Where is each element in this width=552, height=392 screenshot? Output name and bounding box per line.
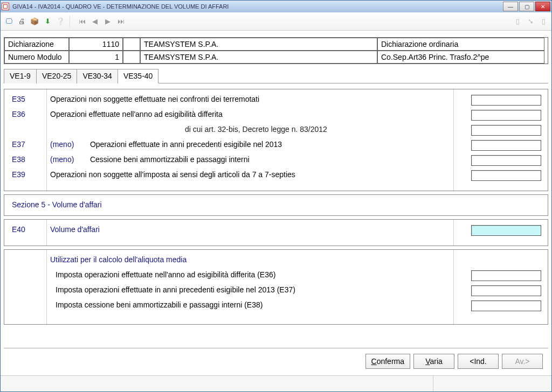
aliquota-title: Utilizzati per il calcolo dell'aliquota …: [50, 255, 450, 265]
row-e36-sub: di cui art. 32-bis, Decreto legge n. 83/…: [50, 125, 450, 135]
panel-e35-e39: E35 E36 E37 E38 E39 Operazioni non sogge…: [4, 89, 548, 191]
value-co-sep: Co.Sep.Art36 Princ. Trasfo.2^pe: [377, 51, 544, 64]
text-col-e40: Volume d'affari: [46, 220, 453, 246]
header-grid: Dichiarazione 1110 TEAMSYSTEM S.P.A. Dic…: [4, 37, 548, 64]
footer-buttons: Conferma Varia <Ind. Av.>: [4, 348, 548, 372]
code-e38: E38: [12, 155, 40, 165]
ind-button[interactable]: <Ind.: [458, 354, 499, 369]
input-e37[interactable]: [471, 140, 541, 151]
package-icon[interactable]: 📦: [29, 16, 40, 27]
varia-button[interactable]: Varia: [413, 354, 454, 369]
code-e37: E37: [12, 140, 40, 150]
input-e35[interactable]: [471, 95, 541, 106]
panel-e40: E40 Volume d'affari: [4, 219, 548, 246]
code-e35: E35: [12, 95, 40, 104]
titlebar: GIVA14 - IVA2014 - QUADRO VE - DETERMINA…: [1, 1, 551, 12]
stack-icon[interactable]: ▯: [537, 16, 549, 27]
label-dichiarazione: Dichiarazione: [4, 38, 69, 51]
row-e39: Operazioni non soggette all'imposta ai s…: [50, 170, 450, 180]
input-e39[interactable]: [471, 170, 541, 181]
text-col-aliquota: Utilizzati per il calcolo dell'aliquota …: [46, 250, 453, 324]
value-company2: TEAMSYSTEM S.P.A.: [140, 51, 377, 64]
code-e40: E40: [12, 225, 40, 235]
value-numero-modulo[interactable]: 1: [69, 51, 123, 64]
tab-ve30-34[interactable]: VE30-34: [77, 69, 118, 83]
aliquota-l3: Imposta cessione beni ammortizzabili e p…: [50, 300, 450, 310]
value-dichiarazione[interactable]: 1110: [69, 38, 123, 51]
panel-sezione5: Sezione 5 - Volume d'affari: [4, 194, 548, 216]
text-e38: Cessione beni ammortizzabili e passaggi …: [90, 155, 250, 164]
print-icon[interactable]: 🖨: [16, 16, 27, 27]
input-e38[interactable]: [471, 155, 541, 166]
screen-icon[interactable]: 🖵: [3, 16, 15, 27]
code-col-aliquota: [4, 250, 46, 324]
input-e36[interactable]: [471, 110, 541, 121]
input-e40[interactable]: [471, 225, 541, 236]
window-controls: — ▢ ✕: [502, 2, 550, 11]
app-icon: [2, 3, 9, 10]
content-area: Dichiarazione 1110 TEAMSYSTEM S.P.A. Dic…: [1, 31, 551, 375]
value-column: [453, 89, 548, 191]
aliquota-l1: Imposta operazioni effettuate nell'anno …: [50, 270, 450, 280]
toolbar: 🖵 🖨 📦 ⬇ ❔ ⏮ ◀ ▶ ⏭ ▯ ➘ ▯: [1, 12, 551, 31]
header-gap1: [123, 38, 140, 51]
code-e39: E39: [12, 170, 40, 180]
tabs: VE1-9 VE20-25 VE30-34 VE35-40: [4, 68, 548, 83]
close-button[interactable]: ✕: [535, 2, 550, 11]
maximize-button[interactable]: ▢: [519, 2, 534, 11]
panel-aliquota: Utilizzati per il calcolo dell'aliquota …: [4, 249, 548, 325]
val-col-aliquota: [453, 250, 548, 324]
header-gap2: [123, 51, 140, 64]
row-e36: Operazioni effettuate nell'anno ad esigi…: [50, 110, 450, 120]
statusbar: [1, 375, 551, 391]
input-aliquota-e37[interactable]: [471, 285, 541, 296]
app-window: GIVA14 - IVA2014 - QUADRO VE - DETERMINA…: [0, 0, 552, 392]
minimize-button[interactable]: —: [503, 2, 518, 11]
toolbar-separator: [70, 16, 73, 27]
av-button: Av.>: [502, 354, 543, 369]
last-icon[interactable]: ⏭: [115, 16, 127, 27]
label-e40: Volume d'affari: [50, 225, 450, 235]
conferma-button[interactable]: Conferma: [365, 354, 410, 369]
text-e37: Operazioni effettuate in anni precedenti…: [90, 140, 282, 149]
panel-stack: E35 E36 E37 E38 E39 Operazioni non sogge…: [4, 83, 548, 340]
doc-icon[interactable]: ▯: [512, 16, 523, 27]
code-spacer: [12, 125, 40, 135]
export-icon[interactable]: ⬇: [42, 16, 53, 27]
code-e36: E36: [12, 110, 40, 120]
row-e38: (meno) Cessione beni ammortizzabili e pa…: [50, 155, 450, 165]
meno-e37: (meno): [50, 140, 88, 149]
tab-ve1-9[interactable]: VE1-9: [4, 69, 37, 83]
meno-e38: (meno): [50, 155, 88, 164]
window-title: GIVA14 - IVA2014 - QUADRO VE - DETERMINA…: [12, 3, 502, 10]
val-col-e40: [453, 220, 548, 246]
first-icon[interactable]: ⏮: [76, 16, 88, 27]
label-numero-modulo: Numero Modulo: [4, 51, 69, 64]
conferma-rest: onferma: [377, 357, 404, 366]
sezione5-title: Sezione 5 - Volume d'affari: [4, 195, 109, 215]
row-e35: Operazioni non soggette effettuate nei c…: [50, 95, 450, 104]
input-e36-sub[interactable]: [471, 125, 541, 136]
enter-icon[interactable]: ➘: [525, 16, 536, 27]
row-e37: (meno) Operazioni effettuate in anni pre…: [50, 140, 450, 150]
tab-ve20-25[interactable]: VE20-25: [36, 69, 77, 83]
code-column: E35 E36 E37 E38 E39: [4, 89, 46, 191]
text-column: Operazioni non soggette effettuate nei c…: [46, 89, 453, 191]
input-aliquota-e36[interactable]: [471, 270, 541, 281]
input-aliquota-e38[interactable]: [471, 300, 541, 311]
code-col-e40: E40: [4, 220, 46, 246]
status-right-segment: [433, 376, 551, 391]
prev-icon[interactable]: ◀: [89, 16, 101, 27]
tab-ve35-40[interactable]: VE35-40: [118, 69, 158, 83]
value-company1: TEAMSYSTEM S.P.A.: [140, 38, 377, 51]
help-icon[interactable]: ❔: [54, 16, 66, 27]
value-tipo-dichiarazione: Dichiarazione ordinaria: [377, 38, 544, 51]
varia-rest: aria: [430, 357, 442, 366]
next-icon[interactable]: ▶: [102, 16, 114, 27]
aliquota-l2: Imposta operazioni effettuate in anni pr…: [50, 285, 450, 295]
